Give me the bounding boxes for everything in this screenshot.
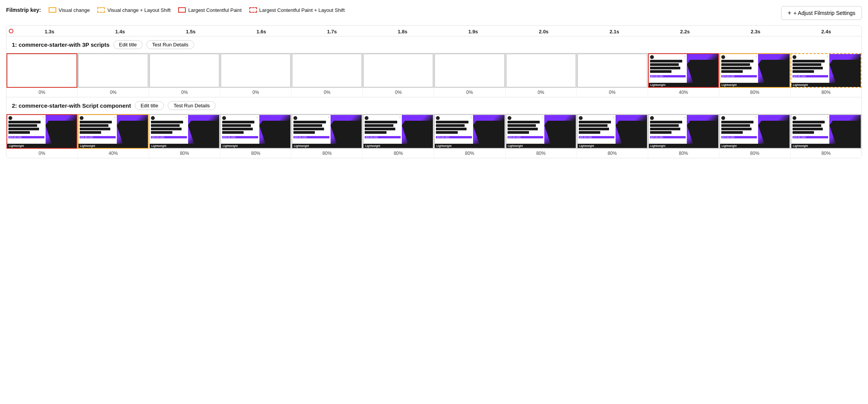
product-price: $25.99 USD <box>8 136 44 138</box>
empty-frame <box>79 54 148 87</box>
edit-title-button-2[interactable]: Edit title <box>135 101 164 110</box>
empty-frame <box>364 54 433 87</box>
brand-icon <box>365 116 368 120</box>
shirt-shape <box>829 60 860 83</box>
shirt-shape <box>473 121 504 144</box>
frame-image[interactable] <box>220 53 291 88</box>
shirt-shape <box>331 121 362 144</box>
percentage-row: 0%40%80%80%80%80%80%80%80%80%80%80% <box>7 149 861 158</box>
section-header-2: 2: commerce-starter-with Script componen… <box>7 97 861 114</box>
shirt-shape <box>687 60 718 83</box>
shirt-shape <box>188 121 219 144</box>
timeline-start-dot <box>9 29 13 33</box>
frame-image[interactable]: ≡ $25.99 USD Lightweight <box>719 53 790 88</box>
frame-cell <box>577 53 648 88</box>
frame-image[interactable]: ≡ $25.99 USD Lightweight <box>506 114 576 149</box>
product-title-lines: $25.99 USD <box>579 121 615 139</box>
frame-image[interactable] <box>506 53 576 88</box>
shirt-shape <box>117 121 148 144</box>
frame-image[interactable] <box>363 53 434 88</box>
frame-cell: ≡ $25.99 USD Lightweight <box>719 114 791 149</box>
product-image <box>473 115 504 144</box>
frame-image[interactable]: ≡ $25.99 USD Lightweight <box>434 114 505 149</box>
product-card: ≡ $25.99 USD Lightweight <box>79 115 148 148</box>
brand-icon <box>650 55 654 59</box>
product-badge: Lightweight <box>7 144 77 148</box>
filmstrip-row-1: ≡ $25.99 USD Lightweight <box>7 53 861 88</box>
frame-image[interactable]: ≡ $25.99 USD Lightweight <box>791 114 861 149</box>
frame-image[interactable] <box>7 53 77 88</box>
key-lcp-ls-label: Largest Contentful Paint + Layout Shift <box>259 7 345 13</box>
brand-icon <box>293 116 297 120</box>
product-price: $25.99 USD <box>293 136 329 138</box>
product-card: ≡ $25.99 USD Lightweight <box>720 115 789 148</box>
empty-frame <box>221 54 290 87</box>
frame-image[interactable]: ≡ $25.99 USD Lightweight <box>648 114 719 149</box>
frame-cell: ≡ $25.99 USD Lightweight <box>220 114 292 149</box>
product-image <box>616 115 647 144</box>
percentage-cell: 80% <box>719 149 791 158</box>
frame-image[interactable] <box>577 53 648 88</box>
percentage-cell: 80% <box>506 149 577 158</box>
test-run-details-button-1[interactable]: Test Run Details <box>146 40 194 49</box>
timeline-tick: 2.3s <box>720 29 791 34</box>
key-lcp-ls: Largest Contentful Paint + Layout Shift <box>249 7 345 13</box>
frame-image[interactable]: ≡ $25.99 USD Lightweight <box>78 114 149 149</box>
edit-title-button-1[interactable]: Edit title <box>113 40 142 49</box>
product-image <box>46 115 77 144</box>
product-title-lines: $25.99 USD <box>793 60 829 78</box>
timeline-tick: 2.2s <box>650 29 720 34</box>
adjust-filmstrip-label: + Adjust Filmstrip Settings <box>794 10 855 16</box>
shirt-shape <box>259 121 290 144</box>
frame-image[interactable] <box>434 53 505 88</box>
frame-cell: ≡ $25.99 USD Lightweight <box>791 114 861 149</box>
frame-cell <box>78 53 149 88</box>
product-image <box>402 115 433 144</box>
product-image <box>829 115 860 144</box>
product-image <box>188 115 219 144</box>
frame-cell: ≡ $25.99 USD Lightweight <box>648 53 719 88</box>
shirt-shape <box>758 60 789 83</box>
timeline-tick: 1.4s <box>85 29 155 34</box>
adjust-filmstrip-button[interactable]: + + Adjust Filmstrip Settings <box>781 6 862 20</box>
product-price: $25.99 USD <box>650 75 686 77</box>
frame-cell: ≡ $25.99 USD Lightweight <box>363 114 434 149</box>
product-badge: Lightweight <box>79 144 148 148</box>
product-card: ≡ $25.99 USD Lightweight <box>7 115 77 148</box>
key-lcp: Largest Contentful Paint <box>178 7 241 13</box>
frame-image[interactable]: ≡ $25.99 USD Lightweight <box>149 114 220 149</box>
percentage-cell: 80% <box>220 149 292 158</box>
section-header-1: 1: commerce-starter-with 3P scripts Edit… <box>7 36 861 53</box>
product-price: $25.99 USD <box>650 136 686 138</box>
frame-image[interactable]: ≡ $25.99 USD Lightweight <box>292 114 362 149</box>
lcp-icon <box>178 7 186 13</box>
frame-image[interactable]: ≡ $25.99 USD Lightweight <box>719 114 790 149</box>
product-price: $25.99 USD <box>508 136 544 138</box>
product-price: $25.99 USD <box>721 136 757 138</box>
product-badge: Lightweight <box>578 144 647 148</box>
section-1: 1: commerce-starter-with 3P scripts Edit… <box>7 36 861 97</box>
product-title-lines: $25.99 USD <box>436 121 472 139</box>
frame-image[interactable]: ≡ $25.99 USD Lightweight <box>7 114 77 149</box>
frame-image[interactable] <box>78 53 149 88</box>
frame-image[interactable]: ≡ $25.99 USD Lightweight <box>577 114 648 149</box>
timeline-tick: 1.8s <box>367 29 438 34</box>
frame-cell <box>149 53 220 88</box>
test-run-details-button-2[interactable]: Test Run Details <box>168 101 216 110</box>
frame-image[interactable] <box>149 53 220 88</box>
frame-cell: ≡ $25.99 USD Lightweight <box>506 114 577 149</box>
product-title-lines: $25.99 USD <box>508 121 544 139</box>
product-badge: Lightweight <box>364 144 433 148</box>
brand-icon <box>793 55 796 59</box>
frame-image[interactable] <box>292 53 362 88</box>
shirt-shape <box>46 121 77 144</box>
frame-image[interactable]: ≡ $25.99 USD Lightweight <box>791 53 861 88</box>
product-badge: Lightweight <box>649 144 718 148</box>
frame-image[interactable]: ≡ $25.99 USD Lightweight <box>220 114 291 149</box>
percentage-cell: 80% <box>791 88 861 97</box>
frame-image[interactable]: ≡ $25.99 USD Lightweight <box>363 114 434 149</box>
percentage-cell: 80% <box>363 149 434 158</box>
frame-image[interactable]: ≡ $25.99 USD Lightweight <box>648 53 719 88</box>
product-title-lines: $25.99 USD <box>721 121 757 139</box>
timeline-tick: 1.6s <box>226 29 296 34</box>
